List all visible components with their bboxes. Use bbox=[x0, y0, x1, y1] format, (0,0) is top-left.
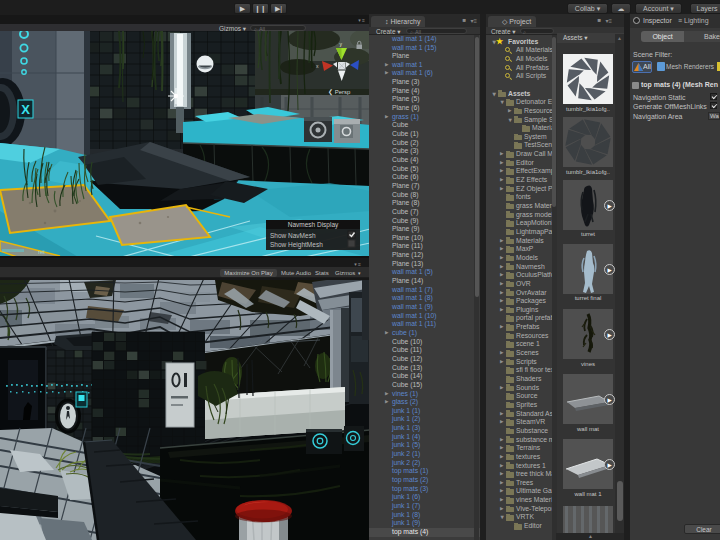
svg-text:Navmesh Display: Navmesh Display bbox=[288, 221, 339, 229]
svg-text:X: X bbox=[21, 102, 30, 117]
svg-text:reli: reli bbox=[38, 249, 45, 255]
svg-text:Show HeightMesh: Show HeightMesh bbox=[270, 241, 323, 249]
svg-text:❮ Persp: ❮ Persp bbox=[328, 89, 351, 96]
svg-text:Show NavMesh: Show NavMesh bbox=[270, 232, 316, 239]
